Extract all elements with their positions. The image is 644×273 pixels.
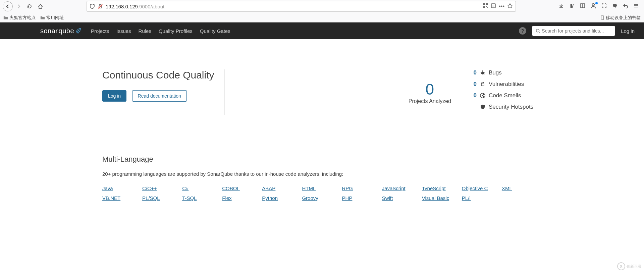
projects-analyzed-block: 0 Projects Analyzed [409,80,451,104]
language-link[interactable]: Flex [222,195,262,201]
address-bar[interactable]: 192.168.0.129:9000/about ••• [87,1,516,12]
menu-icon[interactable] [633,3,640,10]
bookmark-bar: 火狐官方站点 常用网址 移动设备上的书签 [0,13,644,22]
language-link[interactable]: ABAP [262,185,302,191]
svg-rect-5 [486,6,487,7]
search-box[interactable] [532,26,615,36]
qr-icon[interactable] [483,3,488,10]
language-link[interactable]: T-SQL [182,195,222,201]
page-title: Continuous Code Quality [102,69,214,81]
read-docs-button[interactable]: Read documentation [132,90,187,102]
projects-label: Projects Analyzed [409,98,451,104]
hero-section: Continuous Code Quality Log in Read docu… [102,39,542,132]
language-link[interactable]: Python [262,195,302,201]
language-link[interactable]: TypeScript [422,185,462,191]
language-link[interactable]: VB.NET [102,195,142,201]
browser-right-icons [557,3,641,10]
language-link[interactable]: PHP [342,195,382,201]
reload-button[interactable] [25,2,34,11]
shield-icon [90,4,95,9]
bookmark-mobile[interactable]: 移动设备上的书签 [600,15,641,21]
stats-block: 0 Bugs 0 Vulnerabilities 0 Code Smells S… [471,69,542,115]
language-grid: JavaC/C++C#COBOLABAPHTMLRPGJavaScriptTyp… [102,185,542,201]
language-link[interactable]: Objective C [462,185,502,191]
browser-chrome: 192.168.0.129:9000/about ••• 火狐官方站点 [0,0,644,22]
language-link[interactable]: Java [102,185,142,191]
nav-quality-profiles[interactable]: Quality Profiles [159,28,193,34]
multi-language-section: Multi-Language 20+ programming languages… [102,132,542,214]
bookmark-folder-common[interactable]: 常用网址 [40,15,64,21]
sidebar-icon[interactable] [579,3,586,10]
language-link[interactable]: HTML [302,185,342,191]
forward-button[interactable] [14,2,23,11]
svg-rect-2 [483,3,485,5]
nav-rules[interactable]: Rules [139,28,151,34]
language-link[interactable]: Groovy [302,195,342,201]
svg-point-15 [592,3,595,6]
search-input[interactable] [542,28,611,34]
bookmark-star-icon[interactable] [507,3,513,10]
svg-line-25 [481,72,482,73]
language-link[interactable]: JavaScript [382,185,422,191]
stat-code-smells[interactable]: 0 Code Smells [471,92,542,99]
main-nav: Projects Issues Rules Quality Profiles Q… [91,28,230,34]
language-link[interactable]: PL/I [462,195,502,201]
svg-point-21 [536,29,539,32]
more-icon[interactable]: ••• [499,3,504,9]
downloads-icon[interactable] [557,3,565,10]
svg-point-23 [481,72,484,74]
bug-icon [480,70,485,75]
language-link[interactable]: XML [502,185,542,191]
bookmark-folder-firefox[interactable]: 火狐官方站点 [3,15,36,21]
language-link[interactable]: Swift [382,195,422,201]
home-button[interactable] [36,2,45,11]
svg-rect-3 [486,3,488,5]
svg-rect-10 [570,4,571,8]
browser-toolbar: 192.168.0.129:9000/about ••• [0,0,644,13]
mobile-icon [600,15,604,20]
back-button[interactable] [3,1,13,11]
language-link[interactable]: COBOL [222,185,262,191]
help-button[interactable]: ? [519,27,526,35]
account-icon[interactable] [590,3,597,10]
nav-issues[interactable]: Issues [116,28,131,34]
stat-vulnerabilities[interactable]: 0 Vulnerabilities [471,81,542,88]
stat-security-hotspots[interactable]: Security Hotspots [471,104,542,110]
folder-icon [40,15,45,20]
language-link[interactable]: C/C++ [142,185,182,191]
ml-title: Multi-Language [102,155,542,164]
lock-strike-icon [98,4,103,9]
projects-count: 0 [409,80,451,98]
header-login-link[interactable]: Log in [621,28,635,34]
svg-line-27 [481,73,482,74]
login-button[interactable]: Log in [102,90,126,102]
folder-icon [3,15,8,20]
chat-icon[interactable] [611,3,619,10]
svg-line-28 [484,73,485,74]
undo-icon[interactable] [622,3,629,10]
language-link[interactable]: Visual Basic [422,195,462,201]
search-icon [536,29,540,33]
reader-icon[interactable] [491,3,496,10]
sonar-wave-icon [75,27,82,35]
language-link[interactable]: PL/SQL [142,195,182,201]
screenshot-icon[interactable] [600,3,608,10]
url-text: 192.168.0.129:9000/about [106,4,480,9]
language-link[interactable]: RPG [342,185,382,191]
lock-open-icon [480,81,485,87]
nav-projects[interactable]: Projects [91,28,109,34]
sonarqube-logo[interactable]: sonarqube [40,27,82,35]
library-icon[interactable] [568,3,576,10]
svg-line-26 [484,72,485,73]
stat-bugs[interactable]: 0 Bugs [471,69,542,76]
app-header: sonarqube Projects Issues Rules Quality … [0,22,644,39]
svg-rect-6 [487,7,488,8]
ml-desc: 20+ programming languages are supported … [102,171,542,177]
svg-rect-12 [572,4,574,8]
language-link[interactable]: C# [182,185,222,191]
main-content: Continuous Code Quality Log in Read docu… [102,39,542,214]
svg-line-22 [539,32,540,33]
shield-icon [480,104,485,110]
nav-quality-gates[interactable]: Quality Gates [200,28,230,34]
svg-rect-4 [483,6,485,8]
